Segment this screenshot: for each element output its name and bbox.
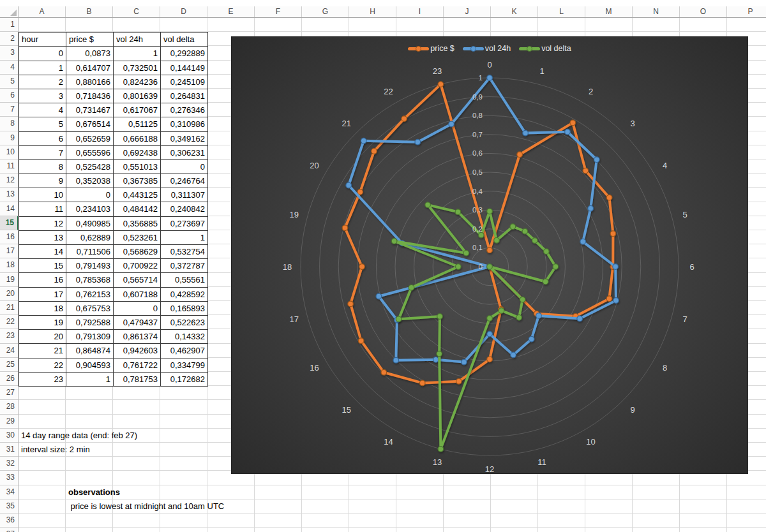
cell[interactable]: 6 (19, 132, 66, 146)
cell[interactable]: 0,692438 (114, 146, 161, 160)
cell[interactable]: 0,55561 (161, 273, 208, 287)
row-header-19[interactable]: 19 (0, 273, 18, 287)
row-header-11[interactable]: 11 (0, 159, 18, 174)
cell[interactable]: 0,292889 (161, 47, 208, 61)
cell[interactable]: 0,245109 (161, 75, 208, 89)
cell[interactable]: 9 (19, 174, 66, 188)
cell[interactable]: 1 (66, 373, 114, 387)
cell[interactable]: 0,264831 (161, 89, 208, 103)
cell[interactable]: 0,864874 (66, 344, 114, 358)
cell[interactable]: 0,234103 (66, 202, 114, 216)
cell[interactable]: 0,311307 (161, 188, 208, 202)
cell[interactable]: vol delta (161, 33, 208, 47)
row-header-31[interactable]: 31 (0, 443, 18, 457)
row-header-37[interactable]: 37 (0, 528, 18, 532)
cell[interactable]: 1 (161, 231, 208, 245)
cell[interactable]: 0,942603 (114, 344, 161, 358)
cell[interactable]: 0,655596 (66, 146, 114, 160)
cell[interactable]: 1 (114, 47, 161, 61)
column-header-A[interactable]: A (19, 6, 66, 17)
cell[interactable]: 0,791493 (66, 259, 114, 273)
note-interval[interactable]: interval size: 2 min (19, 443, 90, 457)
cell[interactable]: 14 (19, 245, 66, 259)
column-header-C[interactable]: C (113, 6, 160, 17)
row-header-3[interactable]: 3 (0, 46, 18, 60)
row-header-33[interactable]: 33 (0, 471, 18, 485)
cell[interactable]: 8 (19, 160, 66, 174)
row-header-26[interactable]: 26 (0, 372, 18, 386)
cell[interactable]: 0,532754 (161, 245, 208, 259)
cell[interactable]: 0,51125 (114, 117, 161, 131)
row-header-1[interactable]: 1 (0, 18, 18, 32)
cell[interactable]: 0,306231 (161, 146, 208, 160)
column-header-J[interactable]: J (444, 6, 491, 17)
cell[interactable]: 0,607188 (114, 288, 161, 302)
row-header-35[interactable]: 35 (0, 499, 18, 514)
cell[interactable]: 0,479437 (114, 316, 161, 330)
cell[interactable]: 0 (161, 160, 208, 174)
cell[interactable]: 0,349162 (161, 132, 208, 146)
cell[interactable]: 0,240842 (161, 202, 208, 216)
cell[interactable]: 10 (19, 188, 66, 202)
cell[interactable]: 0,781753 (114, 373, 161, 387)
row-header-14[interactable]: 14 (0, 202, 18, 216)
cell[interactable]: 21 (19, 344, 66, 358)
cell[interactable]: 0,565714 (114, 273, 161, 287)
legend-item-vol-24h[interactable]: vol 24h (463, 44, 511, 53)
cell[interactable]: 11 (19, 202, 66, 216)
cell[interactable]: 0,824236 (114, 75, 161, 89)
cell[interactable]: 0,523261 (114, 231, 161, 245)
row-header-18[interactable]: 18 (0, 258, 18, 272)
cell[interactable]: 12 (19, 217, 66, 231)
cell[interactable]: 2 (19, 75, 66, 89)
column-header-F[interactable]: F (255, 6, 302, 17)
cell[interactable]: 0,462907 (161, 344, 208, 358)
cell[interactable]: 0 (66, 188, 114, 202)
cell[interactable]: 0,732501 (114, 61, 161, 75)
row-header-34[interactable]: 34 (0, 485, 18, 499)
cell[interactable]: 0,310986 (161, 117, 208, 131)
cell[interactable]: hour (19, 33, 66, 47)
column-header-P[interactable]: P (727, 6, 766, 17)
column-header-D[interactable]: D (160, 6, 207, 17)
cell[interactable]: 0,904593 (66, 358, 114, 373)
cell[interactable]: 0,62889 (66, 231, 114, 245)
cell[interactable]: 0 (114, 302, 161, 316)
cell[interactable]: 0,792588 (66, 316, 114, 330)
cell[interactable]: 1 (19, 61, 66, 75)
cell[interactable]: 0,522623 (161, 316, 208, 330)
cell[interactable]: 3 (19, 89, 66, 103)
cell[interactable]: 0,372787 (161, 259, 208, 273)
cell[interactable]: 17 (19, 288, 66, 302)
select-all-corner[interactable] (0, 6, 19, 18)
cell[interactable]: 0,791309 (66, 330, 114, 344)
column-header-E[interactable]: E (207, 6, 255, 17)
row-header-17[interactable]: 17 (0, 244, 18, 258)
cell[interactable]: 0,334799 (161, 358, 208, 373)
row-header-22[interactable]: 22 (0, 315, 18, 329)
cell[interactable]: 0,666188 (114, 132, 161, 146)
cell[interactable]: 0,700922 (114, 259, 161, 273)
cell[interactable]: 0,490985 (66, 217, 114, 231)
row-header-28[interactable]: 28 (0, 400, 18, 414)
cell[interactable]: 0,675753 (66, 302, 114, 316)
radar-chart[interactable]: price $vol 24hvol delta 0123456789101112… (231, 36, 748, 474)
column-header-I[interactable]: I (396, 6, 444, 17)
column-header-O[interactable]: O (680, 6, 727, 17)
cell[interactable]: 5 (19, 117, 66, 131)
cell[interactable]: 0,172682 (161, 373, 208, 387)
cell[interactable]: 0,761722 (114, 358, 161, 373)
cell[interactable]: 4 (19, 103, 66, 117)
note-observation-1[interactable]: price is lowest at midnight and 10am UTC (66, 499, 224, 514)
cell[interactable]: 0,144149 (161, 61, 208, 75)
row-header-5[interactable]: 5 (0, 75, 18, 89)
row-header-24[interactable]: 24 (0, 344, 18, 358)
column-header-K[interactable]: K (491, 6, 538, 17)
row-header-29[interactable]: 29 (0, 415, 18, 429)
cell[interactable]: 0,14332 (161, 330, 208, 344)
cell[interactable]: 18 (19, 302, 66, 316)
cell[interactable]: 0,617067 (114, 103, 161, 117)
legend-item-price-[interactable]: price $ (408, 44, 454, 53)
cell[interactable]: 0,801639 (114, 89, 161, 103)
cell[interactable]: 0,731467 (66, 103, 114, 117)
